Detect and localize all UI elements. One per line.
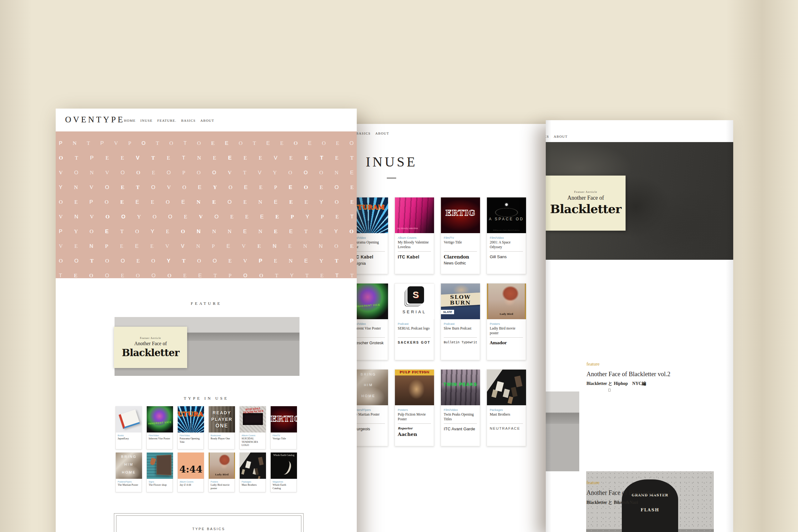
vertigo-title-thumb-text: ERTIG (441, 209, 480, 218)
card-category: Magazines (271, 479, 296, 483)
card-font-list: ReporterAachen (398, 426, 432, 439)
type-in-use-card-futurama-opening-title[interactable]: UTURAMFilm/VideoFuturama Opening Title (177, 406, 204, 449)
feature-card[interactable]: Featuer Aerticle Another Face of Blackle… (114, 327, 187, 368)
font-name-itc-avant-garde: ITC Avant Garde (444, 426, 478, 431)
font-name-itc-kabel: ITC Kabel (352, 254, 386, 260)
card-separator (444, 251, 477, 252)
letter-glyph: E (184, 214, 187, 220)
type-in-use-card-vertigo-title[interactable]: ERTIGFilm/TVVertigo Title (270, 406, 297, 449)
font-name-reporter: Reporter (398, 426, 432, 430)
2001-a-space-odyssey-thumb-text: A SPACE OD (487, 217, 526, 222)
type-in-use-card-jay-z-4-44[interactable]: 4:44Album CoversJay-Z 4:44 (177, 453, 204, 492)
article1-side-thumbnail[interactable] (546, 392, 579, 471)
letter-glyph: N (303, 244, 307, 249)
letter-glyph: T (90, 258, 94, 264)
inuse-card-2001-a-space-odyssey[interactable]: A SPACE ODMGM presents a Stanley Kubrick… (487, 197, 526, 274)
letter-glyph: E (350, 244, 353, 249)
letter-glyph: E (198, 273, 202, 278)
card-title: Mast Brothers (240, 483, 265, 489)
futurama-opening-title-thumb-text: UTURAM (178, 411, 204, 418)
letter-glyph: O (104, 200, 108, 205)
card-category: Packages (240, 479, 265, 483)
letter-glyph: O (243, 273, 247, 278)
nav-item-basics[interactable]: BASICS (181, 119, 195, 122)
nav-item-basics[interactable]: BASICS (546, 135, 549, 138)
card-font-list: Bulletin Typewrit (444, 341, 478, 346)
article2-subtitle: Blackletter と Bikers&Nazi (586, 500, 638, 506)
letter-glyph: N (335, 170, 338, 175)
nav-item-home[interactable]: HOME (124, 119, 136, 122)
nav-item-about[interactable]: ABOUT (554, 135, 567, 138)
inuse-card-slow-burn-podcast[interactable]: SLOW BURNSLATEPodcastSlow Burn PodcastBu… (441, 283, 480, 360)
nav-item-basics[interactable]: BASICS (356, 131, 370, 135)
whole-earth-catalog-thumb-text: Whole Earth Catalog (271, 454, 297, 457)
letter-glyph: O (228, 185, 232, 190)
slow-burn-podcast-thumb-text: SLATE (441, 310, 454, 314)
inuse-card-ladiy-bird-movie-poster[interactable]: Lady BirdPostersLadiy Bird movie posterA… (487, 283, 526, 360)
card-font-list: NEUTRAFACE (490, 426, 524, 432)
letter-glyph: N (319, 244, 323, 249)
type-in-use-card-japaneasy[interactable]: BooksJapanEasy (115, 406, 142, 449)
letter-glyph: O (74, 258, 78, 264)
card-category: Signs (147, 479, 172, 483)
letter-glyph: V (59, 170, 62, 175)
letter-glyph: V (274, 155, 277, 160)
font-name-gill-sans: Gill Sans (490, 254, 524, 259)
article2-label[interactable]: feature (586, 480, 600, 486)
japaneasy-thumb-image (116, 406, 142, 433)
letter-glyph: E (304, 155, 308, 160)
letter-glyph: N (196, 200, 200, 205)
letter-glyph: O (151, 258, 155, 264)
card-title: The Martian Poster (116, 483, 141, 489)
font-name-itc-kabel: ITC Kabel (398, 254, 432, 260)
nav-item-about[interactable]: ABOUT (375, 131, 389, 135)
letter-glyph: V (199, 214, 203, 220)
article1-label[interactable]: feature (586, 361, 600, 367)
type-in-use-card-the-martian-poster[interactable]: BRINGHIMHOMEPosters/FlyersThe Martian Po… (115, 453, 142, 492)
letter-glyph: Y (305, 214, 309, 220)
letter-glyph: E (289, 229, 292, 234)
card-category: Bookcover (209, 433, 234, 437)
nav-item-about[interactable]: ABOUT (200, 119, 214, 122)
jay-z-4-44-thumb-image: 4:44 (178, 453, 204, 479)
type-in-use-card-inherent-vise-poster[interactable]: INHERENT VICEFilm/VideoInherent Vise Pos… (147, 406, 173, 449)
card-font-list: Amador (490, 341, 524, 347)
letter-glyph: T (183, 140, 187, 146)
letter-glyph: P (274, 185, 277, 190)
letter-glyph: E (244, 185, 248, 190)
letter-glyph: V (258, 170, 261, 175)
type-in-use-card-suicidal-tendencies-logo[interactable]: SUICIDAL TENDENCIESAlbum CoversSUICIDAL … (240, 406, 266, 449)
letter-glyph: P (212, 244, 215, 249)
type-in-use-card-mast-brothers[interactable]: PackagesMast Brothers (240, 453, 266, 492)
letter-glyph: O (349, 140, 354, 146)
inuse-card-vertigo-title[interactable]: ERTIGFilm/TVVertigo TitleClarendonNews G… (441, 197, 480, 274)
nav-item-inuse[interactable]: INUSE (140, 119, 153, 122)
type-in-use-card-ladiy-bird-movie-poster[interactable]: Lady BirdPostersLadiy Bird movie poster (208, 453, 235, 492)
inuse-card-twin-peaks-opening-titles[interactable]: TWIN PEAKSFilm/VideoTwin Peaks Opening T… (441, 369, 480, 446)
letter-glyph: O (239, 140, 243, 146)
nav-item-feature[interactable]: FEATURE. (157, 119, 176, 122)
letter-glyph: E (320, 273, 324, 278)
hero-feature-card[interactable]: Featuer Aerticle Another Face of Blackle… (546, 175, 626, 231)
the-martian-poster-thumb-image: BRINGHIMHOME (116, 453, 142, 479)
inuse-title-underline (387, 178, 396, 178)
letter-glyph: O (153, 214, 156, 220)
card-title: Vertigo Title (441, 240, 480, 245)
article2-title[interactable]: Another Face of Blackletter vol.4 (586, 489, 670, 496)
letter-glyph: V (114, 140, 118, 146)
letter-glyph: V (167, 185, 171, 190)
letter-glyph: N (197, 155, 201, 160)
type-in-use-card-whole-earth-catalog[interactable]: Whole Earth CatalogMagazinesWhole Earth … (270, 453, 297, 492)
letter-glyph: E (280, 140, 283, 146)
type-in-use-card-the-flower-shop[interactable]: SignsThe Flower shop (147, 453, 173, 492)
inuse-card-serial-podcast-logo[interactable]: SERIALPodcastSERIAL Podcast logoSACKERS … (395, 283, 434, 360)
inuse-card-mast-brothers[interactable]: PackagesMast BrothersNEUTRAFACE (487, 369, 526, 446)
site-logo[interactable]: OVENTYPE (65, 115, 125, 125)
vertigo-title-thumb-image: ERTIG (271, 406, 297, 433)
letter-glyph: E (336, 214, 339, 220)
type-in-use-card-ready-player-one[interactable]: READYPLAYERONEBookcoverReady Player One (208, 406, 235, 449)
inuse-card-pulp-fiction-movie-poster[interactable]: PULP FICTIONPostersPulp Fiction Movie Po… (395, 369, 434, 446)
article1-title[interactable]: Another Face of Blackletter vol.2 (586, 370, 670, 378)
inuse-card-my-bloody-valentine-loveless[interactable]: my bloody valentineAlbum CoversMy Bloody… (395, 197, 434, 274)
letter-glyph: O (166, 200, 170, 205)
